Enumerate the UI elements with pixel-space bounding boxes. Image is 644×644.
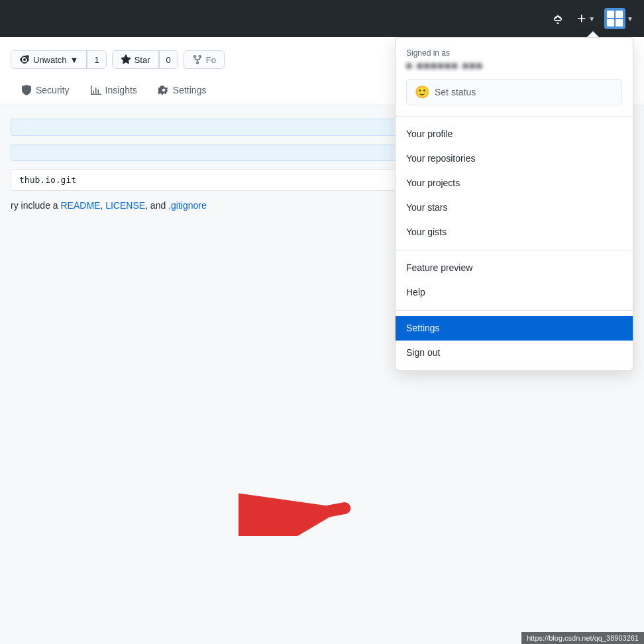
- your-projects-item[interactable]: Your projects: [396, 171, 633, 195]
- license-link[interactable]: LICENSE: [105, 200, 145, 211]
- feature-preview-item[interactable]: Feature preview: [396, 256, 633, 280]
- signed-in-label: Signed in as: [406, 48, 622, 58]
- fork-icon: [192, 54, 203, 65]
- readme-sep2: , and: [145, 200, 168, 211]
- dropdown-section-3: Settings Sign out: [396, 311, 633, 370]
- status-emoji-icon: 🙂: [415, 85, 429, 99]
- red-arrow-indicator: [239, 483, 384, 538]
- your-stars-item[interactable]: Your stars: [396, 195, 633, 220]
- readme-link[interactable]: README: [60, 200, 100, 211]
- settings-item[interactable]: Settings: [396, 316, 633, 341]
- topbar: ▼ ▼: [0, 0, 644, 37]
- git-url-text: thub.io.git: [19, 175, 76, 185]
- watermark: https://blog.csdn.net/qq_38903261: [521, 632, 644, 644]
- user-dropdown: Signed in as ■ ■■■■■■ ■■■ 🙂 Set status Y…: [395, 37, 633, 371]
- avatar-caret: ▼: [627, 15, 633, 23]
- unwatch-count[interactable]: 1: [87, 51, 105, 68]
- unwatch-label: Unwatch: [33, 55, 67, 65]
- tab-insights[interactable]: Insights: [80, 77, 148, 105]
- star-count[interactable]: 0: [159, 51, 178, 68]
- topbar-icons: ▼ ▼: [549, 8, 633, 29]
- tab-settings-label: Settings: [173, 85, 207, 95]
- sign-out-item[interactable]: Sign out: [396, 341, 633, 365]
- fork-button[interactable]: Fo: [184, 50, 225, 69]
- help-item[interactable]: Help: [396, 280, 633, 305]
- star-button[interactable]: Star: [113, 51, 159, 68]
- readme-sep1: ,: [100, 200, 105, 211]
- dropdown-header: Signed in as ■ ■■■■■■ ■■■ 🙂 Set status: [396, 38, 633, 117]
- plus-caret: ▼: [588, 15, 595, 23]
- unwatch-button[interactable]: Unwatch ▼: [11, 51, 87, 68]
- set-status-label: Set status: [435, 87, 476, 97]
- fork-label: Fo: [206, 55, 216, 65]
- your-profile-item[interactable]: Your profile: [396, 122, 633, 146]
- star-icon: [121, 54, 131, 65]
- avatar: [604, 8, 625, 29]
- star-button-group: Star 0: [112, 50, 178, 69]
- username-display: ■ ■■■■■■ ■■■: [406, 60, 622, 71]
- star-label: Star: [134, 55, 150, 65]
- tab-security-label: Security: [36, 85, 70, 95]
- unwatch-button-group: Unwatch ▼ 1: [11, 50, 107, 69]
- dropdown-menu: Signed in as ■ ■■■■■■ ■■■ 🙂 Set status Y…: [395, 37, 633, 371]
- your-gists-item[interactable]: Your gists: [396, 220, 633, 244]
- tab-insights-label: Insights: [105, 85, 137, 95]
- graph-icon: [91, 85, 101, 95]
- watermark-text: https://blog.csdn.net/qq_38903261: [527, 634, 639, 642]
- shield-icon: [21, 85, 32, 95]
- unwatch-caret: ▼: [70, 55, 79, 65]
- gitignore-link[interactable]: .gitignore: [168, 200, 207, 211]
- bell-icon: [553, 13, 563, 24]
- plus-icon: [576, 13, 587, 24]
- dropdown-arrow: [587, 31, 599, 37]
- user-menu-button[interactable]: ▼: [604, 8, 633, 29]
- eye-icon: [19, 54, 30, 65]
- readme-prefix: ry include a: [11, 200, 60, 211]
- notifications-button[interactable]: [549, 9, 567, 28]
- tab-security[interactable]: Security: [11, 77, 80, 105]
- your-repositories-item[interactable]: Your repositories: [396, 146, 633, 171]
- create-new-button[interactable]: ▼: [572, 9, 599, 28]
- tab-settings[interactable]: Settings: [148, 77, 217, 105]
- dropdown-section-1: Your profile Your repositories Your proj…: [396, 117, 633, 250]
- dropdown-section-2: Feature preview Help: [396, 250, 633, 311]
- gear-icon: [158, 85, 169, 95]
- set-status-button[interactable]: 🙂 Set status: [406, 79, 622, 105]
